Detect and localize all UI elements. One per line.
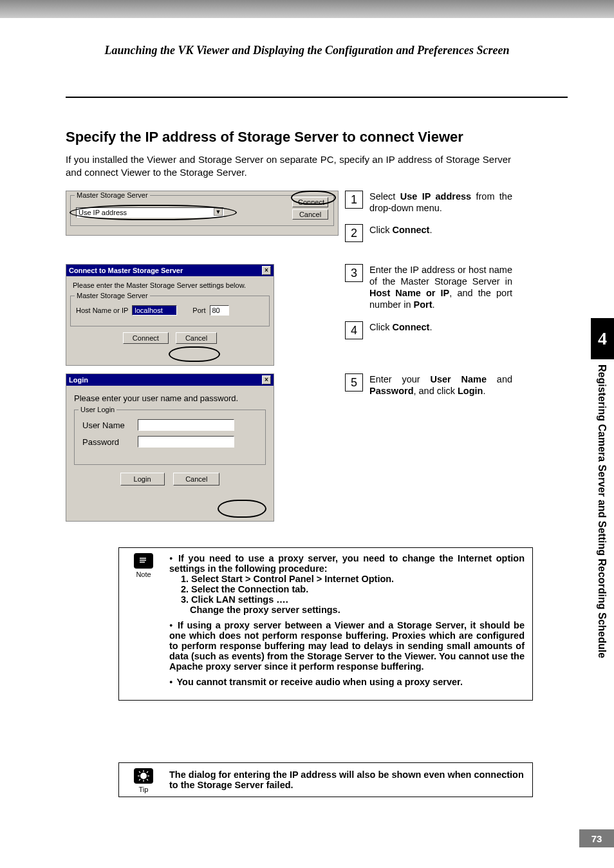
svg-rect-0 bbox=[138, 556, 149, 565]
cancel-button[interactable]: Cancel bbox=[176, 332, 217, 344]
step-number: 4 bbox=[345, 321, 363, 339]
step-4: 4 Click Connect. bbox=[345, 321, 512, 339]
username-label: User Name bbox=[82, 420, 138, 430]
highlight-ring-connect2 bbox=[169, 346, 220, 362]
step-1: 1 Select Use IP address from the drop-do… bbox=[345, 191, 512, 214]
page: Launching the VK Viewer and Displaying t… bbox=[0, 0, 614, 868]
step-number: 1 bbox=[345, 191, 363, 209]
cancel-button[interactable]: Cancel bbox=[292, 209, 328, 220]
step-number: 2 bbox=[345, 224, 363, 242]
figure-connect-dialog: Connect to Master Storage Server × Pleas… bbox=[66, 264, 339, 366]
note-icon: Note bbox=[126, 553, 162, 578]
password-label: Password bbox=[82, 437, 138, 447]
tip-icon: Tip bbox=[126, 768, 162, 793]
step-2: 2 Click Connect. bbox=[345, 224, 512, 242]
svg-line-7 bbox=[147, 779, 148, 780]
step-number: 5 bbox=[345, 373, 363, 392]
top-gradient-bar bbox=[0, 0, 614, 18]
port-input[interactable]: 80 bbox=[210, 305, 229, 316]
host-input[interactable]: localhost bbox=[132, 305, 177, 316]
close-icon[interactable]: × bbox=[262, 375, 271, 384]
host-label: Host Name or IP bbox=[76, 307, 128, 314]
note-box: Note If you need to use a proxy server, … bbox=[118, 547, 533, 701]
cancel-button[interactable]: Cancel bbox=[173, 473, 219, 486]
chapter-title: Registering Camera Server and Setting Re… bbox=[591, 359, 613, 771]
svg-point-1 bbox=[140, 773, 147, 779]
intro-paragraph: If you installed the Viewer and Storage … bbox=[66, 153, 511, 178]
connect-button[interactable]: Connect bbox=[123, 332, 169, 344]
tip-box: Tip The dialog for entering the IP addre… bbox=[118, 762, 533, 797]
header-rule bbox=[66, 97, 568, 98]
dialog-title: Connect to Master Storage Server bbox=[69, 267, 183, 274]
step-5: 5 Enter your User Name and Password, and… bbox=[345, 373, 512, 397]
step-3: 3 Enter the IP address or host name of t… bbox=[345, 264, 512, 311]
dialog-instruction: Please enter the Master Storage Server s… bbox=[66, 276, 274, 292]
svg-line-9 bbox=[139, 779, 140, 780]
group-label: Master Storage Server bbox=[75, 292, 150, 299]
dialog-instruction: Please enter your user name and password… bbox=[66, 386, 274, 406]
highlight-ring-connect bbox=[291, 191, 336, 205]
login-button[interactable]: Login bbox=[120, 473, 165, 486]
password-input[interactable] bbox=[138, 436, 234, 448]
highlight-ring-dropdown bbox=[70, 205, 237, 220]
svg-line-6 bbox=[139, 771, 140, 773]
running-header: Launching the VK Viewer and Displaying t… bbox=[0, 44, 614, 57]
figure-master-storage: Master Storage Server Use IP address▼ Co… bbox=[66, 191, 339, 236]
dialog-title: Login bbox=[69, 376, 88, 384]
figure-login-dialog: Login × Please enter your user name and … bbox=[66, 373, 339, 522]
chapter-side-tab: 4 Registering Camera Server and Setting … bbox=[591, 318, 614, 820]
highlight-ring-login bbox=[218, 500, 266, 518]
section-title: Specify the IP address of Storage Server… bbox=[66, 129, 463, 146]
port-label: Port bbox=[192, 307, 205, 314]
close-icon[interactable]: × bbox=[262, 266, 271, 275]
svg-line-8 bbox=[147, 771, 148, 773]
group-label: User Login bbox=[79, 406, 116, 413]
step-number: 3 bbox=[345, 264, 363, 282]
username-input[interactable] bbox=[138, 419, 234, 431]
chapter-number: 4 bbox=[591, 318, 614, 359]
page-number: 73 bbox=[579, 829, 614, 847]
group-label: Master Storage Server bbox=[75, 191, 150, 199]
